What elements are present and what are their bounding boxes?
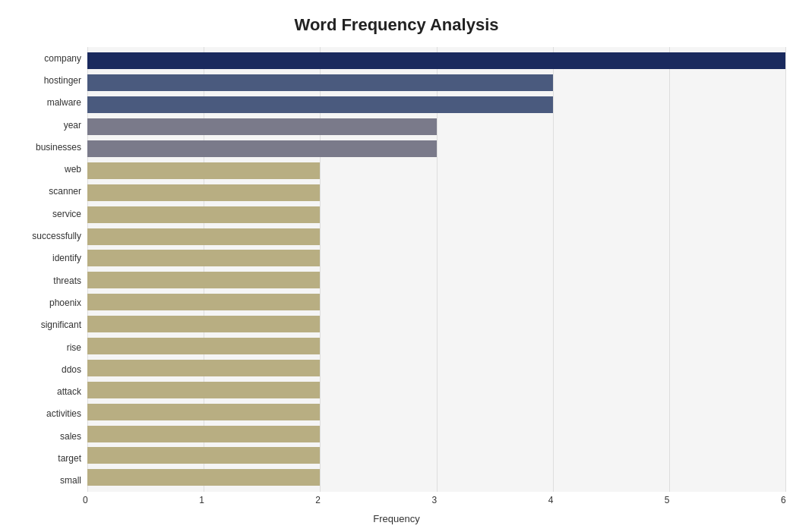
bar: [87, 447, 320, 464]
bar-row: [87, 445, 785, 466]
y-label: rise: [67, 337, 81, 358]
bar: [87, 162, 320, 179]
y-label: small: [60, 470, 81, 491]
bar-row: [87, 335, 785, 357]
bar-row: [87, 379, 785, 401]
x-tick-label: 3: [432, 495, 438, 505]
x-tick-label: 0: [83, 495, 88, 505]
bar-row: [87, 401, 785, 423]
bar-row: [87, 313, 785, 335]
bar: [87, 206, 320, 223]
bar: [87, 140, 437, 157]
x-tick-label: 1: [199, 495, 204, 505]
bar: [87, 404, 320, 420]
bar: [87, 118, 437, 135]
y-label: identify: [52, 247, 81, 269]
bar-row: [87, 138, 785, 159]
bar: [87, 294, 320, 310]
y-label: threats: [53, 270, 81, 291]
x-axis-area: 0123456 Frequency: [8, 495, 785, 524]
y-label: web: [65, 159, 81, 180]
bar-row: [87, 204, 785, 225]
bar-row: [87, 160, 785, 181]
bar: [87, 316, 320, 332]
bar-row: [87, 72, 785, 93]
x-tick-label: 6: [781, 495, 786, 505]
chart-container: companyhostingermalwareyearbusinessesweb…: [8, 47, 785, 524]
chart-title: Word Frequency Analysis: [295, 15, 499, 35]
bar-row: [87, 182, 785, 203]
x-tick-labels: 0123456: [87, 495, 785, 510]
y-label: activities: [46, 403, 81, 424]
bars-wrapper: [87, 47, 785, 492]
y-label: target: [58, 448, 81, 469]
bar: [87, 360, 320, 376]
grid-line: [785, 47, 786, 492]
bar: [87, 96, 553, 113]
y-label: ddos: [62, 359, 81, 380]
y-label: attack: [57, 381, 81, 402]
y-label: year: [64, 115, 81, 136]
bar-row: [87, 291, 785, 313]
bar: [87, 228, 320, 245]
x-axis-title: Frequency: [8, 513, 785, 524]
bar-row: [87, 94, 785, 115]
bar-row: [87, 269, 785, 291]
x-tick-label: 2: [315, 495, 321, 505]
bar: [87, 272, 320, 288]
y-label: malware: [47, 92, 81, 113]
bars-and-grid: [87, 47, 785, 492]
y-label: successfully: [32, 225, 81, 247]
x-tick-label: 5: [665, 495, 670, 505]
bar-row: [87, 467, 785, 488]
x-tick-label: 4: [548, 495, 554, 505]
bar-row: [87, 226, 785, 247]
bar: [87, 426, 320, 442]
y-label: scanner: [49, 181, 81, 202]
y-label: significant: [41, 314, 81, 335]
bar-row: [87, 50, 785, 71]
y-label: service: [52, 203, 81, 225]
bar-row: [87, 247, 785, 269]
bar: [87, 52, 785, 69]
bar: [87, 382, 320, 398]
y-label: hostinger: [44, 70, 81, 91]
bar: [87, 74, 553, 91]
bar: [87, 184, 320, 201]
y-labels: companyhostingermalwareyearbusinessesweb…: [8, 47, 87, 492]
bar: [87, 250, 320, 266]
y-label: company: [44, 48, 81, 69]
bar-row: [87, 116, 785, 137]
bar-row: [87, 357, 785, 379]
y-label: phoenix: [49, 292, 81, 313]
y-label: businesses: [36, 137, 81, 158]
y-label: sales: [60, 426, 81, 447]
bar-row: [87, 423, 785, 445]
chart-area: companyhostingermalwareyearbusinessesweb…: [8, 47, 785, 492]
bar: [87, 338, 320, 354]
bar: [87, 469, 320, 486]
